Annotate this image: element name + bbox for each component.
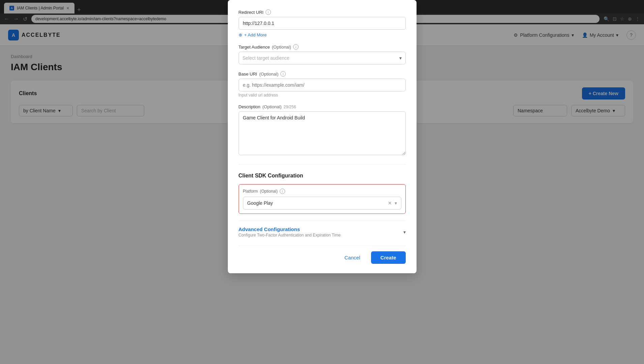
base-uri-input[interactable] (239, 79, 406, 91)
base-uri-group: Base URI (Optional) i Input valid url ad… (239, 71, 406, 97)
redirect-uri-input[interactable] (239, 17, 406, 30)
description-char-count: 29/256 (284, 105, 296, 109)
redirect-uri-info-icon[interactable]: i (266, 9, 271, 15)
modal-dialog: Redirect URI i ⊕ + Add More Target Audie… (228, 0, 417, 131)
add-more-plus-icon: ⊕ (239, 32, 242, 37)
target-audience-label: Target Audience (Optional) i (239, 44, 406, 50)
description-group: Description (Optional) 29/256 Game Clien… (239, 104, 406, 131)
target-audience-group: Target Audience (Optional) i ▾ Select ta… (239, 44, 406, 64)
target-audience-info-icon[interactable]: i (293, 44, 299, 50)
description-label: Description (Optional) 29/256 (239, 104, 406, 109)
target-audience-optional: (Optional) (272, 45, 291, 50)
base-uri-optional: (Optional) (259, 72, 278, 77)
add-more-button[interactable]: ⊕ + Add More (239, 32, 267, 37)
redirect-uri-group: Redirect URI i ⊕ + Add More (239, 9, 406, 37)
base-uri-hint: Input valid url address (239, 93, 406, 97)
description-textarea[interactable]: Game Client for Android Build (239, 111, 406, 131)
base-uri-info-icon[interactable]: i (280, 71, 286, 77)
redirect-uri-label: Redirect URI i (239, 9, 406, 15)
add-more-label: + Add More (244, 32, 267, 37)
modal-overlay: Redirect URI i ⊕ + Add More Target Audie… (0, 0, 644, 131)
target-audience-select[interactable] (239, 52, 406, 64)
base-uri-label: Base URI (Optional) i (239, 71, 406, 77)
target-audience-select-wrapper: ▾ Select target audience (239, 52, 406, 64)
description-optional: (Optional) (263, 104, 282, 109)
